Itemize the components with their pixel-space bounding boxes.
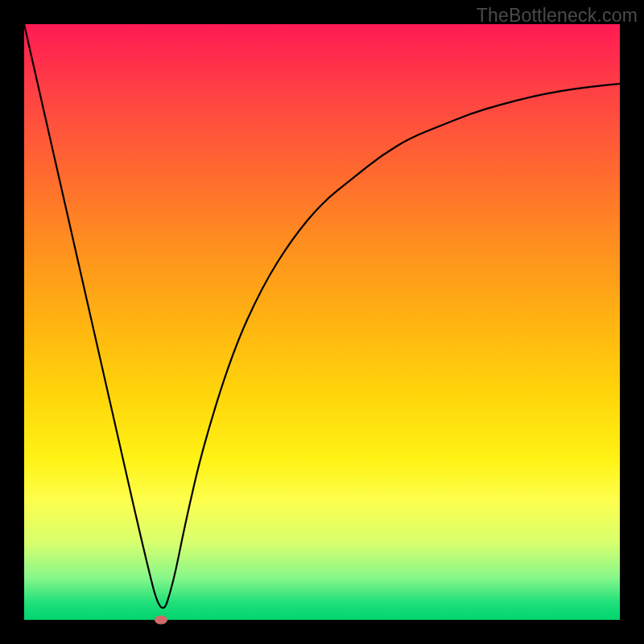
optimal-point-marker xyxy=(155,616,167,625)
bottleneck-curve xyxy=(24,24,620,620)
watermark-text: TheBottleneck.com xyxy=(477,5,638,27)
chart-frame: TheBottleneck.com xyxy=(0,0,644,644)
plot-area xyxy=(24,24,620,620)
